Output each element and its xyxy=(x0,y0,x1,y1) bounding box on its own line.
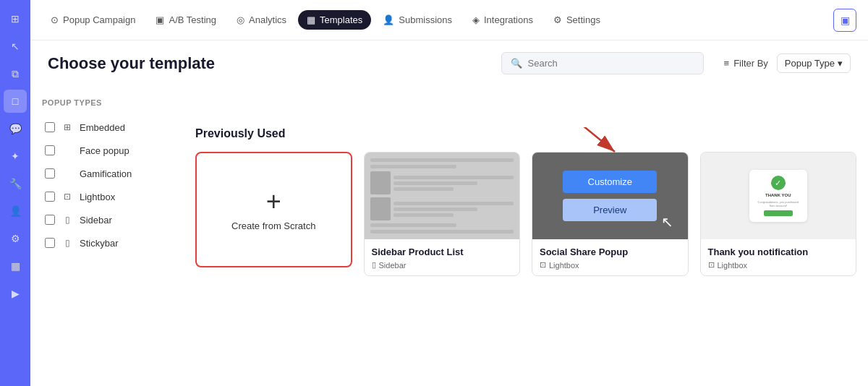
nav-integrations[interactable]: ◈ Integrations xyxy=(464,10,542,30)
nav-templates-label: Templates xyxy=(320,14,362,25)
stickybar-icon: ▯ xyxy=(61,236,74,249)
type-gamification-checkbox[interactable] xyxy=(45,168,55,179)
nav-settings-icon: ⚙ xyxy=(553,14,562,25)
lightbox-icon: ⊡ xyxy=(61,190,74,203)
tool-icon[interactable]: 🔧 xyxy=(4,172,27,195)
nav-analytics-label: Analytics xyxy=(249,14,286,25)
section-title: Previously Used xyxy=(195,127,856,140)
filter-by-label: ≡ Filter By xyxy=(724,58,768,69)
create-label: Create from Scratch xyxy=(231,220,315,231)
social-share-type: ⊡ Lightbox xyxy=(540,260,681,270)
templates-grid: + Create from Scratch xyxy=(195,152,856,276)
filter-icon: ≡ xyxy=(724,58,730,69)
sidebar-product-list-card[interactable]: Sidebar Product List ▯ Sidebar xyxy=(364,152,521,276)
person-icon[interactable]: 👤 xyxy=(4,200,27,223)
gamification-icon xyxy=(61,167,74,180)
layers-icon[interactable]: ⧉ xyxy=(4,62,27,85)
play-icon[interactable]: ▶ xyxy=(4,282,27,305)
lightbox-type-card-icon: ⊡ xyxy=(540,260,546,270)
type-face-popup-label: Face popup xyxy=(80,145,129,156)
search-input[interactable] xyxy=(528,58,694,69)
type-face-popup-checkbox[interactable] xyxy=(45,145,55,155)
sidebar-product-preview xyxy=(365,153,520,239)
social-share-popup-card[interactable]: Customize Preview ↖ Social Share Popup ⊡… xyxy=(532,152,689,276)
thank-you-info: Thank you notification ⊡ Lightbox xyxy=(701,239,856,275)
type-embedded-checkbox[interactable] xyxy=(45,122,55,132)
search-bar[interactable]: 🔍 xyxy=(501,52,704,74)
content-area: Choose your template 🔍 ≡ Filter By Popup… xyxy=(30,40,868,386)
nav-settings[interactable]: ⚙ Settings xyxy=(545,10,609,30)
type-lightbox[interactable]: ⊡ Lightbox xyxy=(42,185,178,208)
customize-button[interactable]: Customize xyxy=(563,171,657,193)
nav-settings-label: Settings xyxy=(566,14,600,25)
type-gamification-label: Gamification xyxy=(80,168,132,179)
type-embedded-label: Embedded xyxy=(80,122,125,133)
templates-icon: ▦ xyxy=(307,14,315,25)
grid-icon[interactable]: ▦ xyxy=(4,254,27,278)
top-right-button[interactable]: ▣ xyxy=(833,9,856,32)
type-sidebar[interactable]: ▯ Sidebar xyxy=(42,208,178,231)
filter-dropdown[interactable]: Popup Type ▾ xyxy=(777,53,851,73)
type-gamification[interactable]: Gamification xyxy=(42,162,178,185)
sidebar-type-icon: ▯ xyxy=(61,213,74,226)
integrations-icon: ◈ xyxy=(472,14,480,25)
thank-you-name: Thank you notification xyxy=(708,246,849,257)
page-title: Choose your template xyxy=(48,54,215,73)
nav-popup-campaign[interactable]: ⊙ Popup Campaign xyxy=(42,10,144,30)
type-stickybar[interactable]: ▯ Stickybar xyxy=(42,231,178,254)
popup-types-panel: POPUP TYPES ⊞ Embedded Face popup Gamifi… xyxy=(30,87,190,386)
settings-icon-sidebar[interactable]: ⚙ xyxy=(4,227,27,250)
social-share-preview: Customize Preview ↖ xyxy=(532,153,688,239)
nav-ab-testing-label: A/B Testing xyxy=(169,14,216,25)
plus-icon: + xyxy=(266,189,281,215)
create-from-scratch-card[interactable]: + Create from Scratch xyxy=(195,152,352,267)
nav-analytics[interactable]: ◎ Analytics xyxy=(228,10,295,30)
sidebar-product-name: Sidebar Product List xyxy=(372,246,513,257)
popup-icon[interactable]: □ xyxy=(4,90,27,113)
preview-button[interactable]: Preview xyxy=(563,199,657,221)
cursor-icon-overlay: ↖ xyxy=(661,213,673,231)
home-icon[interactable]: ⊞ xyxy=(4,7,27,30)
nav-integrations-label: Integrations xyxy=(484,14,533,25)
nav-popup-campaign-label: Popup Campaign xyxy=(63,14,135,25)
type-lightbox-checkbox[interactable] xyxy=(45,192,55,202)
nav-templates[interactable]: ▦ Templates xyxy=(298,10,371,30)
sidebar-product-type: ▯ Sidebar xyxy=(372,260,513,270)
nav-ab-testing[interactable]: ▣ A/B Testing xyxy=(147,10,225,30)
search-icon: 🔍 xyxy=(511,58,522,69)
popup-campaign-icon: ⊙ xyxy=(51,14,59,25)
sidebar-product-info: Sidebar Product List ▯ Sidebar xyxy=(365,239,520,275)
nav-submissions-label: Submissions xyxy=(399,14,452,25)
type-embedded[interactable]: ⊞ Embedded xyxy=(42,116,178,139)
left-sidebar: ⊞ ↖ ⧉ □ 💬 ✦ 🔧 👤 ⚙ ▦ ▶ xyxy=(0,0,30,386)
top-navigation: ⊙ Popup Campaign ▣ A/B Testing ◎ Analyti… xyxy=(30,0,868,40)
thank-you-type: ⊡ Lightbox xyxy=(708,260,849,270)
type-lightbox-label: Lightbox xyxy=(80,192,115,202)
type-stickybar-checkbox[interactable] xyxy=(45,238,55,248)
sidebar-type-card-icon: ▯ xyxy=(372,260,376,270)
lightbox-type-card-icon2: ⊡ xyxy=(708,260,715,270)
embedded-icon: ⊞ xyxy=(61,121,74,134)
face-popup-icon xyxy=(61,144,74,157)
main-area: ⊙ Popup Campaign ▣ A/B Testing ◎ Analyti… xyxy=(30,0,868,386)
social-share-info: Social Share Popup ⊡ Lightbox xyxy=(532,239,688,275)
nav-submissions[interactable]: 👤 Submissions xyxy=(374,10,461,30)
thank-you-preview: ✓ THANK YOU Congratulations, you purchas… xyxy=(701,153,856,239)
chat-icon[interactable]: 💬 xyxy=(4,117,27,140)
type-sidebar-label: Sidebar xyxy=(80,215,112,226)
popup-types-title: POPUP TYPES xyxy=(42,98,178,107)
wand-icon[interactable]: ✦ xyxy=(4,145,27,168)
type-face-popup[interactable]: Face popup xyxy=(42,139,178,162)
submissions-icon: 👤 xyxy=(383,14,394,25)
cursor-icon[interactable]: ↖ xyxy=(4,35,27,58)
chevron-down-icon: ▾ xyxy=(838,58,843,69)
ab-testing-icon: ▣ xyxy=(156,14,164,25)
check-icon: ✓ xyxy=(771,176,786,190)
templates-area: Previously Used + Create from Scratc xyxy=(190,127,868,386)
type-stickybar-label: Stickybar xyxy=(80,238,118,249)
analytics-icon: ◎ xyxy=(237,14,244,25)
thank-you-notification-card[interactable]: ✓ THANK YOU Congratulations, you purchas… xyxy=(700,152,857,276)
social-share-name: Social Share Popup xyxy=(540,246,681,257)
type-sidebar-checkbox[interactable] xyxy=(45,215,55,225)
